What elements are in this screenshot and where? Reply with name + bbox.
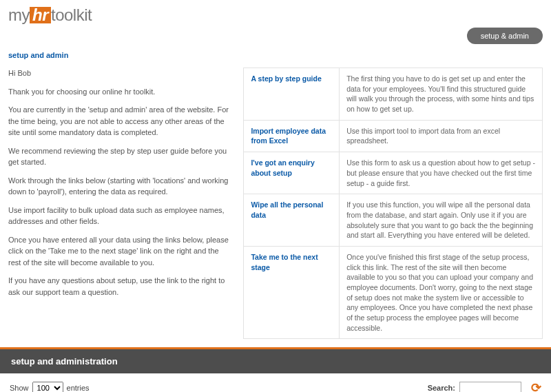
breadcrumb: setup and admin xyxy=(0,48,551,68)
intro-line: Work through the links below (starting w… xyxy=(8,175,229,198)
guide-desc: The first thing you have to do is get se… xyxy=(340,68,543,121)
page-size-select[interactable]: 100 xyxy=(32,382,63,392)
topbar: setup & admin xyxy=(0,28,551,48)
entries-label: entries xyxy=(67,384,90,392)
intro-greeting: Hi Bob xyxy=(8,68,229,79)
guide-link[interactable]: A step by step guide xyxy=(244,68,340,121)
guide-table: A step by step guideThe first thing you … xyxy=(243,68,543,339)
logo: myhrtoolkit xyxy=(0,0,551,28)
guide-link[interactable]: Import employee data from Excel xyxy=(244,120,340,152)
guide-desc: Use this import tool to import data from… xyxy=(340,120,543,152)
setup-admin-button[interactable]: setup & admin xyxy=(467,28,543,44)
intro-line: You are currently in the 'setup and admi… xyxy=(8,104,229,138)
intro-line: Use import facility to bulk upload data … xyxy=(8,205,229,227)
logo-part3: toolkit xyxy=(51,6,92,24)
table-controls: Show 100 entries Search: ⟳ xyxy=(0,373,551,392)
guide-link[interactable]: Wipe all the personal data xyxy=(244,194,340,247)
section-title: setup and administration xyxy=(0,349,551,373)
search-label: Search: xyxy=(428,384,455,392)
intro-line: We recommend reviewing the step by step … xyxy=(8,145,229,168)
intro-line: Thank you for choosing our online hr too… xyxy=(8,86,229,98)
guide-desc: Use this form to ask us a question about… xyxy=(340,152,543,194)
intro-line: If you have any questions about setup, u… xyxy=(8,275,229,298)
intro-line: Once you have entered all your data usin… xyxy=(8,234,229,269)
logo-part1: my xyxy=(8,6,30,24)
refresh-icon[interactable]: ⟳ xyxy=(531,380,541,392)
guide-link[interactable]: Take me to the next stage xyxy=(244,246,340,339)
show-label: Show xyxy=(10,384,29,392)
intro-text: Hi Bob Thank you for choosing our online… xyxy=(8,68,243,339)
guide-desc: Once you've finished this first stage of… xyxy=(340,246,543,339)
guide-link[interactable]: I've got an enquiry about setup xyxy=(244,152,340,194)
logo-part2: hr xyxy=(30,7,51,23)
search-input[interactable] xyxy=(459,382,521,392)
guide-desc: If you use this function, you will wipe … xyxy=(340,194,543,247)
